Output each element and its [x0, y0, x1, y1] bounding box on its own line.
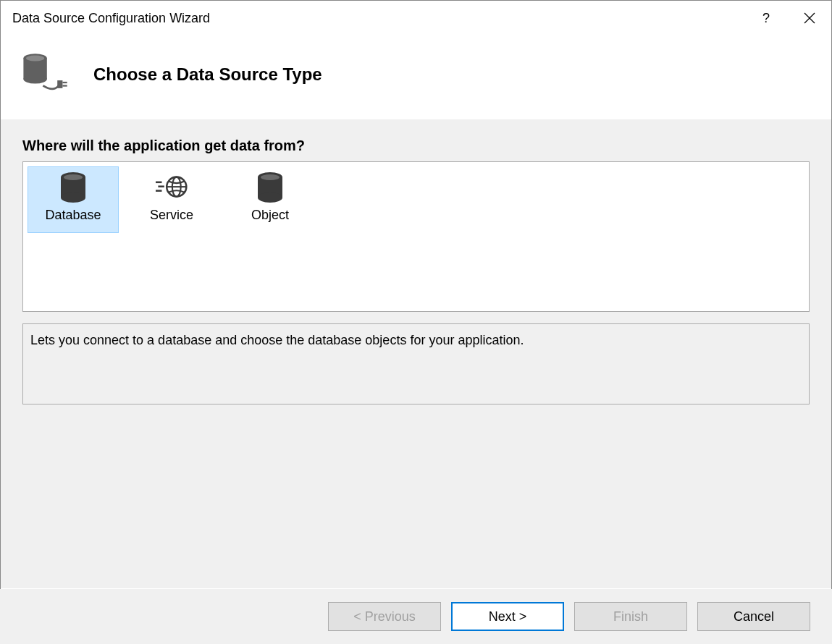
svg-point-4: [23, 75, 46, 84]
svg-point-21: [258, 192, 282, 203]
database-icon: [57, 171, 89, 203]
svg-point-5: [26, 55, 44, 61]
svg-rect-7: [62, 82, 67, 83]
svg-rect-13: [156, 182, 161, 184]
service-icon: [156, 171, 188, 203]
wizard-footer: < Previous Next > Finish Cancel: [0, 589, 832, 644]
option-description: Lets you connect to a database and choos…: [22, 323, 810, 404]
content-question: Where will the application get data from…: [22, 137, 810, 154]
svg-rect-6: [57, 80, 62, 88]
option-object[interactable]: Object: [224, 166, 316, 233]
wizard-header-icon: [20, 48, 72, 101]
window-title: Data Source Configuration Wizard: [12, 11, 744, 26]
close-button[interactable]: [788, 1, 831, 35]
previous-button: < Previous: [328, 602, 441, 631]
option-service[interactable]: Service: [126, 166, 217, 233]
option-database[interactable]: Database: [28, 166, 119, 233]
cancel-button[interactable]: Cancel: [697, 602, 810, 631]
close-icon: [804, 12, 815, 24]
wizard-step-title: Choose a Data Source Type: [93, 64, 322, 85]
svg-rect-8: [62, 85, 67, 86]
option-label: Object: [251, 208, 289, 223]
svg-point-12: [64, 174, 83, 180]
svg-point-22: [261, 174, 280, 180]
svg-point-11: [61, 192, 85, 203]
option-label: Database: [45, 208, 101, 223]
help-button[interactable]: ?: [744, 1, 788, 35]
wizard-content: Where will the application get data from…: [1, 119, 831, 588]
titlebar: Data Source Configuration Wizard ?: [1, 1, 831, 35]
next-button[interactable]: Next >: [451, 602, 564, 631]
wizard-header: Choose a Data Source Type: [1, 35, 831, 119]
data-source-options: Database Service: [22, 161, 810, 312]
object-icon: [254, 171, 286, 203]
svg-rect-15: [156, 190, 161, 192]
help-icon: ?: [762, 11, 770, 26]
finish-button: Finish: [574, 602, 687, 631]
database-plug-icon: [20, 49, 72, 100]
svg-rect-14: [158, 185, 164, 187]
option-label: Service: [150, 208, 193, 223]
